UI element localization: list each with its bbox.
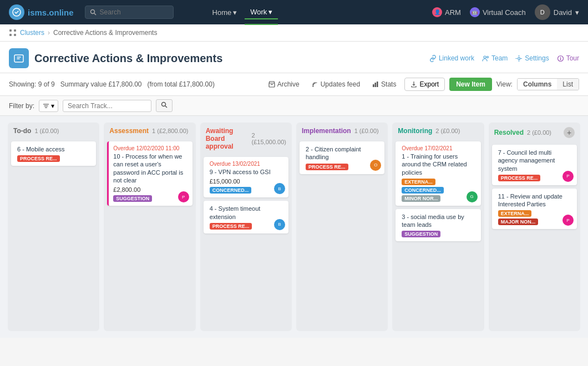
coach-icon: 🤖	[470, 7, 480, 17]
linked-work-btn[interactable]: Linked work	[429, 54, 474, 62]
page-title: Corrective Actions & Improvements	[34, 52, 222, 65]
list-view-btn[interactable]: List	[557, 79, 579, 90]
svg-point-15	[312, 86, 313, 87]
card-tag: MINOR NOR...	[402, 195, 440, 202]
card-tags: CONCERNED...	[210, 187, 284, 194]
breadcrumb: Clusters › Corrective Actions & Improvem…	[0, 24, 588, 42]
stats-btn[interactable]: Stats	[368, 78, 400, 90]
col-count-resolved: 2 (£0.00)	[527, 129, 551, 136]
kanban-card[interactable]: 2 - Citizen complaint handlingPROCESS RE…	[300, 141, 384, 174]
col-title-resolved: Resolved	[494, 129, 524, 136]
col-header-assessment: Assessment 1 (£2,800.00)	[104, 123, 195, 139]
kanban-board: To-do 1 (£0.00) 6 - Mobile accessPROCESS…	[0, 116, 588, 338]
card-amount: £15,000.00	[210, 178, 284, 185]
updates-feed-btn[interactable]: Updates feed	[308, 78, 364, 90]
svg-rect-6	[14, 34, 16, 36]
col-body-awaiting: Overdue 13/02/20219 - VPN access to GSI£…	[200, 155, 292, 331]
card-tags: PROCESS RE...	[210, 223, 284, 230]
column-awaiting: Awaiting Board approval 2 (£15,000.00) O…	[200, 123, 292, 331]
col-count-todo: 1 (£0.00)	[34, 128, 59, 134]
card-title: 7 - Council led multi agency management …	[498, 149, 572, 172]
card-overdue: Overdue 13/02/2021	[210, 161, 284, 167]
page-header: Corrective Actions & Improvements Linked…	[0, 42, 588, 73]
logo[interactable]: isms.online	[9, 4, 74, 20]
kanban-card[interactable]: 4 - System timeout extensionPROCESS RE..…	[204, 201, 288, 233]
card-tag: EXTERNA...	[498, 210, 532, 217]
kanban-card[interactable]: 3 - social media use by team leadsSUGGES…	[396, 209, 480, 242]
settings-btn[interactable]: Settings	[515, 54, 549, 62]
card-tag: MAJOR NON...	[498, 218, 539, 225]
card-amount: £2,800.00	[113, 186, 187, 193]
card-title: 9 - VPN access to GSI	[210, 168, 284, 176]
breadcrumb-current: Corrective Actions & Improvements	[53, 29, 157, 37]
col-header-todo: To-do 1 (£0.00)	[8, 123, 99, 139]
nav-user[interactable]: D David ▾	[535, 4, 579, 20]
col-header-awaiting: Awaiting Board approval 2 (£15,000.00)	[200, 123, 292, 155]
card-tags: PROCESS RE...	[498, 175, 572, 181]
nav-virtual-coach[interactable]: 🤖 Virtual Coach	[470, 7, 526, 17]
col-body-todo: 6 - Mobile accessPROCESS RE...	[8, 139, 99, 331]
kanban-card[interactable]: 7 - Council led multi agency management …	[492, 145, 577, 185]
col-add-btn[interactable]: +	[564, 127, 575, 138]
tour-btn[interactable]: Tour	[557, 54, 579, 62]
svg-rect-3	[9, 29, 12, 32]
svg-line-2	[94, 13, 96, 15]
kanban-card[interactable]: 11 - Review and update Interested Partie…	[492, 189, 577, 230]
arm-icon: 👤	[432, 7, 442, 17]
new-item-button[interactable]: New Item	[449, 78, 492, 91]
card-title: 1 - Training for users around the CRM re…	[402, 152, 476, 176]
export-button[interactable]: Export	[404, 78, 445, 91]
kanban-card[interactable]: Overdue 12/02/2020 11:0010 - Process for…	[107, 141, 192, 206]
page-header-actions: Linked work Team Settings Tour	[429, 54, 579, 62]
nav-arm[interactable]: 👤 ARM	[432, 7, 461, 17]
card-tag: PROCESS RE...	[306, 164, 348, 170]
kanban-card[interactable]: Overdue 13/02/20219 - VPN access to GSI£…	[204, 157, 288, 197]
card-title: 4 - System timeout extension	[210, 205, 284, 221]
search-box[interactable]	[85, 6, 174, 19]
svg-point-8	[484, 56, 486, 58]
nav-work[interactable]: Work ▾	[245, 6, 278, 19]
card-tag: CONCERNED...	[402, 187, 444, 194]
col-title-todo: To-do	[13, 127, 31, 135]
col-title-implementation: Implementation	[302, 127, 351, 135]
nav-home[interactable]: Home ▾	[207, 6, 243, 19]
view-toggle: Columns List	[517, 78, 579, 90]
team-btn[interactable]: Team	[482, 54, 508, 62]
col-count-assessment: 1 (£2,800.00)	[152, 128, 188, 134]
filter-search-button[interactable]	[156, 99, 173, 112]
card-tags: EXTERNA...CONCERNED...MINOR NOR...	[402, 179, 476, 202]
archive-btn[interactable]: Archive	[265, 78, 303, 90]
clusters-icon	[9, 29, 17, 37]
svg-line-24	[165, 106, 167, 108]
svg-point-23	[162, 103, 166, 106]
card-title: 10 - Process for when we can reset a use…	[113, 152, 187, 184]
col-header-implementation: Implementation 1 (£0.00)	[296, 123, 388, 139]
kanban-card[interactable]: Overdue 17/02/20211 - Training for users…	[396, 141, 480, 206]
svg-point-12	[560, 57, 561, 58]
columns-view-btn[interactable]: Columns	[518, 79, 557, 90]
card-avatar: G	[467, 191, 478, 202]
search-input[interactable]	[100, 8, 166, 16]
card-avatar: O	[370, 160, 381, 171]
col-body-resolved: 7 - Council led multi agency management …	[489, 143, 580, 331]
breadcrumb-separator: ›	[48, 29, 50, 37]
card-tags: PROCESS RE...	[306, 164, 380, 170]
card-tags: PROCESS RE...	[17, 155, 92, 162]
card-tags: SUGGESTION	[113, 195, 187, 202]
page-icon	[9, 48, 29, 68]
col-title-awaiting: Awaiting Board approval	[206, 127, 249, 150]
card-title: 3 - social media use by team leads	[402, 213, 476, 229]
svg-point-10	[518, 57, 520, 59]
kanban-card[interactable]: 6 - Mobile accessPROCESS RE...	[11, 141, 96, 166]
total-value: (from total £17,800.00)	[148, 80, 215, 88]
card-tag: SUGGESTION	[113, 195, 152, 202]
col-title-monitoring: Monitoring	[398, 127, 432, 135]
card-tag: PROCESS RE...	[17, 155, 60, 162]
filter-options-btn[interactable]: ▾	[39, 100, 58, 112]
svg-rect-4	[14, 29, 16, 32]
card-title: 6 - Mobile access	[17, 145, 92, 153]
filter-search-input[interactable]	[63, 100, 151, 112]
svg-rect-17	[375, 83, 377, 87]
breadcrumb-clusters[interactable]: Clusters	[20, 29, 44, 37]
nav-links: Home ▾ Work ▾	[207, 6, 422, 19]
